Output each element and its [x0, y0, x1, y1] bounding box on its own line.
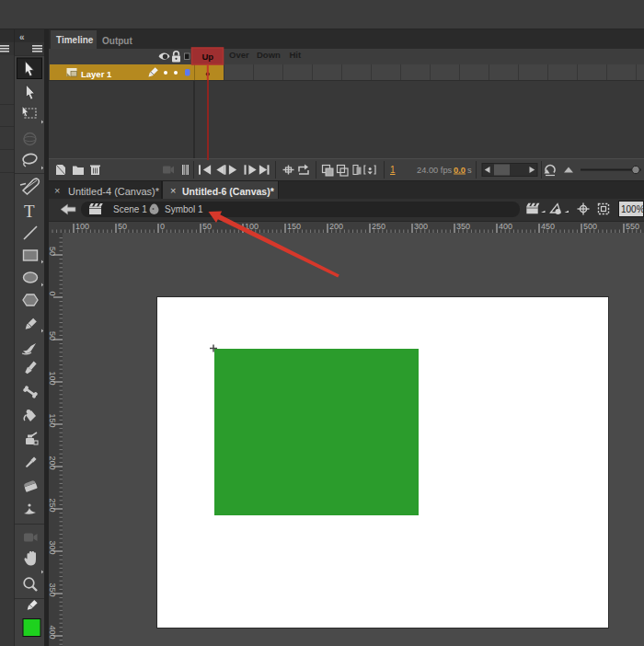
- svg-text:400: 400: [48, 625, 57, 639]
- svg-text:0: 0: [48, 291, 57, 295]
- svg-text:Up: Up: [202, 52, 214, 62]
- svg-text:24.00 fps: 24.00 fps: [417, 166, 453, 175]
- svg-text:«: «: [19, 32, 25, 42]
- svg-text:50: 50: [48, 247, 57, 256]
- svg-text:350: 350: [48, 583, 57, 596]
- svg-text:T: T: [24, 202, 35, 221]
- svg-text:50: 50: [48, 331, 57, 340]
- svg-text:50: 50: [202, 222, 212, 231]
- svg-text:50: 50: [118, 222, 127, 231]
- svg-text:300: 300: [48, 540, 57, 554]
- svg-text:250: 250: [48, 498, 57, 512]
- svg-text:0.0: 0.0: [454, 166, 466, 175]
- svg-text:200: 200: [48, 456, 57, 469]
- svg-text:1: 1: [390, 165, 396, 175]
- svg-text:150: 150: [48, 413, 57, 427]
- svg-text:s: s: [467, 166, 472, 175]
- svg-text:100: 100: [48, 371, 57, 385]
